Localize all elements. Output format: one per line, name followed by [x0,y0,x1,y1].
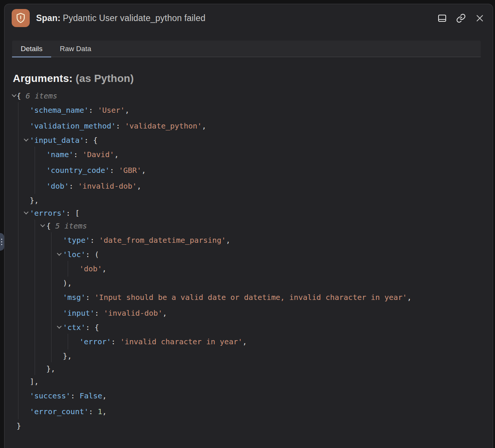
tree-line: 'validation_method': 'validate_python', [13,118,484,134]
code-text: 'schema_name': 'User', [13,106,129,115]
tree-line: 'country_code': 'GBR', [13,162,484,178]
grip-dots-icon [0,239,3,245]
tab-details[interactable]: Details [12,41,51,57]
code-text: 'msg': 'Input should be a valid date or … [13,293,411,302]
indent-guide [18,404,18,419]
indent-guide [18,305,18,321]
arguments-heading-suffix: (as Python) [76,73,134,84]
indent-guide [51,232,52,248]
code-text: }, [13,196,39,205]
chevron-down-icon[interactable] [24,210,29,215]
tree-line: 'type': 'date_from_datetime_parsing', [13,232,484,248]
code-text: { 6 items [13,91,57,100]
panel-bottom-icon [437,13,447,23]
tree-line: }, [13,194,484,207]
code-text: }, [13,351,72,360]
indent-guide [35,334,35,350]
indent-guide [35,232,35,248]
indent-guide [18,261,18,277]
indent-guide [18,134,18,147]
tabbar: Details Raw Data [12,41,481,57]
indent-guide [51,261,52,277]
tree-line: 'msg': 'Input should be a valid date or … [13,289,484,305]
tree-line: 'input_data': { [13,134,484,147]
code-text: 'dob', [13,264,106,273]
indent-guide [18,194,18,207]
indent-guide [51,350,52,362]
indent-guide [68,334,68,350]
chevron-down-icon[interactable] [57,324,62,330]
indent-guide [18,289,18,305]
drawer-title: Span:Pydantic User validate_python faile… [36,13,205,23]
arguments-heading: Arguments: (as Python) [13,73,484,85]
copy-link-button[interactable] [455,12,466,24]
close-button[interactable] [474,12,485,24]
tree-line: } [13,419,484,432]
code-text: 'name': 'David', [13,150,119,159]
indent-guide [68,261,68,277]
indent-guide [35,321,35,334]
indent-guide [35,261,35,277]
tree-line: { 6 items [13,89,484,102]
code-text: 'success': False, [13,391,107,400]
tree-line: 'schema_name': 'User', [13,102,484,118]
tree-line: 'name': 'David', [13,147,484,162]
indent-guide [51,305,52,321]
drawer-header: Span:Pydantic User validate_python faile… [5,4,493,27]
details-content: Arguments: (as Python) { 6 items'schema_… [5,57,493,432]
drawer-drag-handle[interactable] [0,233,4,251]
chevron-down-icon[interactable] [12,93,17,98]
code-text: }, [13,364,55,373]
indent-guide [35,147,35,162]
indent-guide [51,321,52,334]
link-icon [456,13,466,23]
indent-guide [18,219,18,232]
arguments-python-tree: { 6 items'schema_name': 'User','validati… [13,89,484,432]
code-text: { 5 items [13,221,87,230]
indent-guide [18,178,18,194]
indent-guide [18,388,18,404]
code-text: 'dob': 'invalid-dob', [13,182,141,191]
indent-guide [35,305,35,321]
close-icon [475,14,484,23]
indent-guide [35,289,35,305]
app-background: Span:Pydantic User validate_python faile… [0,0,495,448]
indent-guide [51,277,52,289]
indent-guide [18,118,18,134]
chevron-down-icon[interactable] [57,251,62,257]
indent-guide [18,334,18,350]
indent-guide [35,248,35,261]
dock-panel-button[interactable] [436,12,448,24]
tree-line: 'dob', [13,261,484,277]
indent-guide [35,277,35,289]
indent-guide [18,162,18,178]
tree-line: ], [13,375,484,388]
indent-guide [35,362,35,375]
code-text: 'loc': ( [13,250,99,259]
tab-details-label: Details [21,45,43,53]
tree-line: 'error': 'invalid character in year', [13,334,484,350]
tree-line: 'errors': [ [13,207,484,219]
code-text: 'errors': [ [13,209,79,218]
tab-raw-data[interactable]: Raw Data [51,41,100,57]
indent-guide [51,289,52,305]
indent-guide [35,219,35,232]
code-text: 'input': 'invalid-dob', [13,309,167,318]
indent-guide [51,334,52,350]
span-label: Span: [36,13,61,23]
code-text: 'error': 'invalid character in year', [13,337,247,346]
drawer-actions [436,12,485,24]
chevron-down-icon[interactable] [24,137,29,142]
span-detail-drawer: Span:Pydantic User validate_python faile… [4,4,493,448]
indent-guide [18,232,18,248]
code-text: 'validation_method': 'validate_python', [13,121,207,130]
code-text: } [13,421,21,430]
tab-raw-data-label: Raw Data [60,45,91,53]
indent-guide [18,375,18,388]
arguments-heading-main: Arguments: [13,73,73,84]
indent-guide [18,277,18,289]
indent-guide [18,350,18,362]
chevron-down-icon[interactable] [40,223,46,228]
indent-guide [18,362,18,375]
indent-guide [35,162,35,178]
